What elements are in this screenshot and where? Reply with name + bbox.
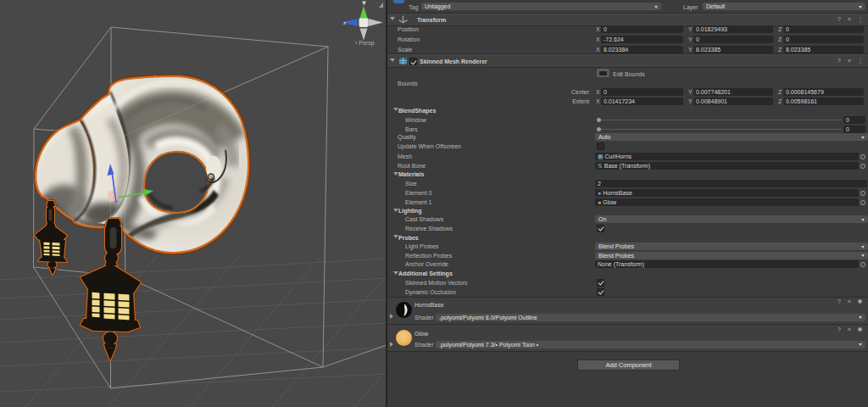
svg-text:z: z	[343, 20, 346, 25]
svg-text:‹ Persp: ‹ Persp	[355, 40, 375, 47]
